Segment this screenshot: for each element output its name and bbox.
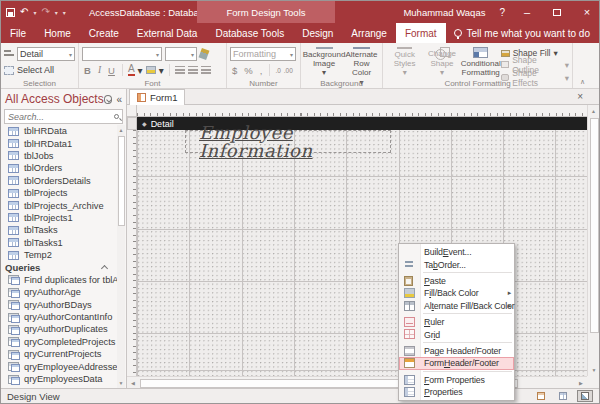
nav-scroll-thumb[interactable]: [118, 136, 125, 226]
horizontal-ruler[interactable]: [137, 105, 587, 117]
nav-item-table[interactable]: tblProjects1: [1, 212, 117, 224]
change-shape-button[interactable]: Change Shape ▾: [423, 46, 460, 77]
fill-color-icon[interactable]: [146, 66, 156, 74]
align-left-icon[interactable]: [175, 66, 185, 74]
save-icon[interactable]: [6, 8, 15, 17]
chevron-down-icon[interactable]: ▾: [138, 65, 143, 76]
object-selector-combo[interactable]: Detail ▾: [17, 47, 75, 61]
align-right-icon[interactable]: [201, 66, 211, 74]
nav-pane-menu-icon[interactable]: [104, 95, 113, 104]
nav-item-query[interactable]: qryAuthorAge: [1, 286, 117, 298]
nav-item-query[interactable]: qryCurrentProjects: [1, 348, 117, 360]
tab-form1[interactable]: Form1: [129, 89, 185, 105]
alternate-row-color-button[interactable]: Alternate Row Color ▾: [344, 46, 379, 77]
format-painter-icon[interactable]: [199, 48, 210, 60]
tab-file[interactable]: File: [1, 23, 35, 43]
design-view-button[interactable]: [577, 390, 593, 402]
italic-button[interactable]: I: [96, 65, 103, 75]
currency-button[interactable]: $: [230, 65, 239, 76]
nav-item-table[interactable]: tblOrders: [1, 162, 117, 174]
number-format-combo[interactable]: Formatting ▾: [230, 47, 296, 61]
chevron-down-icon[interactable]: ▾: [159, 65, 164, 76]
nav-item-table[interactable]: tblOrdersDetails: [1, 175, 117, 187]
collapse-ribbon-icon[interactable]: ∧: [580, 78, 585, 86]
menu-item-tab-order[interactable]: Tab Order...: [399, 258, 514, 270]
tab-format[interactable]: Format: [396, 23, 446, 43]
comma-button[interactable]: ,: [258, 65, 265, 76]
horizontal-scrollbar[interactable]: ◀ ▶: [127, 376, 587, 388]
tab-home[interactable]: Home: [35, 23, 80, 43]
menu-item-build-event[interactable]: Build Event...: [399, 246, 514, 258]
form-title-label-control[interactable]: Employee Information: [185, 130, 391, 153]
scroll-down-icon[interactable]: ▼: [117, 378, 125, 388]
nav-item-query[interactable]: qryEmployeeAddresses: [1, 360, 117, 372]
select-all-button[interactable]: Select All: [4, 62, 75, 78]
scroll-up-icon[interactable]: ▲: [117, 125, 125, 135]
nav-search-box[interactable]: [4, 109, 123, 124]
nav-item-table[interactable]: Temp2: [1, 249, 117, 261]
scroll-up-icon[interactable]: ▲: [588, 105, 599, 117]
bold-button[interactable]: B: [82, 65, 93, 76]
font-name-combo[interactable]: ▾: [82, 47, 162, 61]
redo-caret-icon[interactable]: ▾: [55, 9, 58, 16]
nav-item-query[interactable]: qryAuthorBDays: [1, 298, 117, 310]
form-view-button[interactable]: [533, 390, 549, 402]
nav-item-query[interactable]: Find duplicates for tblAuthors: [1, 274, 117, 286]
nav-item-query[interactable]: qryEmployeesData: [1, 373, 117, 385]
close-button[interactable]: ×: [579, 1, 595, 23]
section-selector-box[interactable]: [127, 117, 137, 130]
scroll-down-icon[interactable]: ▼: [588, 364, 600, 376]
nav-item-query[interactable]: qryAuthorContantInfo: [1, 311, 117, 323]
datasheet-view-button[interactable]: [555, 390, 571, 402]
nav-item-table[interactable]: tblTasks: [1, 224, 117, 236]
menu-item-alternate-fill-back-color[interactable]: Alternate Fill/Back Color ▸: [399, 300, 514, 312]
scroll-right-icon[interactable]: ▶: [575, 377, 587, 389]
tab-create[interactable]: Create: [80, 23, 128, 43]
tab-database-tools[interactable]: Database Tools: [206, 23, 293, 43]
help-button[interactable]: ?: [499, 7, 505, 18]
customize-qat-icon[interactable]: ▾: [63, 9, 66, 16]
nav-item-table[interactable]: tblHRData1: [1, 137, 117, 149]
scroll-left-icon[interactable]: ◀: [127, 377, 139, 389]
nav-item-table[interactable]: tblProjects: [1, 187, 117, 199]
nav-item-table[interactable]: tblJobs: [1, 150, 117, 162]
nav-item-query[interactable]: qryCompletedProjects: [1, 336, 117, 348]
form-design-grid[interactable]: Employee Information: [137, 130, 587, 376]
menu-item-ruler[interactable]: Ruler: [399, 316, 514, 328]
nav-scrollbar[interactable]: ▲ ▼: [117, 125, 125, 388]
percent-button[interactable]: %: [242, 65, 254, 76]
conditional-formatting-button[interactable]: Conditional Formatting: [461, 46, 501, 77]
nav-item-query[interactable]: qryAuthorDuplicates: [1, 323, 117, 335]
vertical-scrollbar[interactable]: ▲ ▼: [587, 105, 599, 376]
nav-item-table[interactable]: tblTasks1: [1, 237, 117, 249]
align-center-icon[interactable]: [188, 66, 198, 74]
vertical-scroll-thumb[interactable]: [590, 118, 599, 333]
decrease-decimals-button[interactable]: .00: [284, 67, 293, 74]
font-size-combo[interactable]: ▾: [165, 47, 197, 61]
vertical-ruler[interactable]: [127, 130, 137, 376]
quick-styles-button[interactable]: Quick Styles ▾: [386, 46, 423, 77]
minimize-button[interactable]: –: [519, 1, 535, 23]
menu-item-grid[interactable]: Grid: [399, 328, 514, 340]
user-account[interactable]: Muhammad Waqas: [403, 7, 485, 18]
undo-icon[interactable]: ↶: [20, 7, 28, 17]
menu-item-form-header-footer[interactable]: Form Header/Footer: [399, 357, 514, 369]
tab-design[interactable]: Design: [293, 23, 342, 43]
ruler-corner-box[interactable]: [127, 105, 137, 117]
shutter-bar-close-icon[interactable]: «: [116, 94, 122, 105]
menu-item-fill-back-color[interactable]: Fill/Back Color ▸: [399, 287, 514, 299]
menu-item-paste[interactable]: Paste: [399, 275, 514, 287]
nav-item-table[interactable]: tblHRData: [1, 125, 117, 137]
menu-item-page-header-footer[interactable]: Page Header/Footer: [399, 345, 514, 357]
background-image-button[interactable]: Background Image ▾: [304, 46, 344, 77]
nav-item-table[interactable]: tblProjects_Archive: [1, 199, 117, 211]
tab-arrange[interactable]: Arrange: [342, 23, 396, 43]
search-input[interactable]: [8, 112, 114, 122]
tell-me-box[interactable]: Tell me what you want to do: [446, 23, 598, 43]
menu-item-form-properties[interactable]: Form Properties: [399, 374, 514, 386]
maximize-button[interactable]: [549, 1, 565, 23]
increase-decimals-button[interactable]: .0: [275, 67, 280, 74]
font-color-button[interactable]: A: [128, 64, 135, 76]
close-document-icon[interactable]: ×: [577, 89, 583, 105]
undo-caret-icon[interactable]: ▾: [33, 9, 36, 16]
